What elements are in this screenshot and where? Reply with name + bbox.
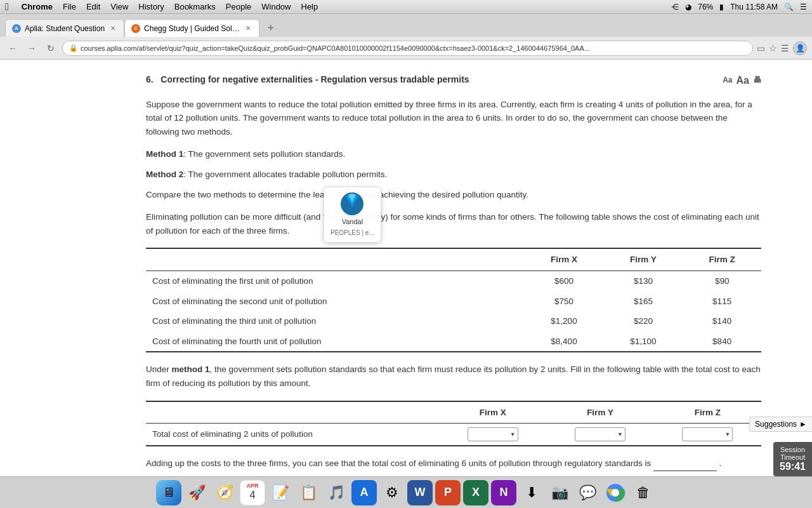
- tab-aplia-close[interactable]: ✕: [108, 24, 117, 33]
- suggestions-button[interactable]: Suggestions ►: [749, 417, 812, 432]
- dropdown-firm-y-container: $130 $165 $295 $220 $1,100: [575, 427, 625, 441]
- url-text: courses.aplia.com/af/servlet/quiz?quiz_a…: [81, 44, 590, 52]
- tooltip-popup: Vandal PEOPLES | e...: [324, 187, 381, 243]
- table-row: Cost of eliminating the fourth unit of p…: [146, 331, 761, 352]
- back-button[interactable]: ←: [5, 41, 20, 56]
- row3-firm-x: $1,200: [524, 311, 603, 331]
- menu-window[interactable]: Window: [261, 2, 291, 11]
- col-header-firm-z: Firm Z: [683, 248, 761, 271]
- chegg-favicon: C: [131, 24, 140, 33]
- menu-view[interactable]: View: [110, 2, 128, 11]
- dock-onenote[interactable]: N: [491, 480, 516, 505]
- profile-icon[interactable]: 👤: [793, 41, 807, 55]
- print-icon[interactable]: 🖶: [753, 74, 761, 87]
- dock-notes[interactable]: 📝: [268, 480, 293, 505]
- tab-chegg-close[interactable]: ✕: [244, 24, 252, 33]
- menu-bookmarks[interactable]: Bookmarks: [174, 2, 216, 11]
- table-row: Total cost of eliminating 2 units of pol…: [146, 424, 761, 446]
- vandal-logo-icon: [339, 191, 365, 217]
- chrome-icon: [605, 483, 625, 503]
- eliminating-text: Eliminating pollution can be more diffic…: [146, 210, 761, 237]
- dock-reminders[interactable]: 📋: [296, 480, 321, 505]
- dock-word[interactable]: W: [407, 480, 433, 505]
- menu-file[interactable]: File: [63, 2, 76, 11]
- font-large[interactable]: Aa: [737, 72, 749, 89]
- input-col-firm-y: Firm Y: [546, 401, 653, 424]
- row2-label: Cost of eliminating the second unit of p…: [146, 291, 524, 312]
- new-tab-button[interactable]: +: [262, 19, 280, 37]
- menu-edit[interactable]: Edit: [86, 2, 100, 11]
- dock-powerpoint[interactable]: P: [435, 480, 461, 505]
- dock-music[interactable]: 🎵: [324, 480, 349, 505]
- dock-trash[interactable]: 🗑: [631, 480, 656, 505]
- row3-label: Cost of eliminating the third unit of po…: [146, 311, 524, 331]
- dock-appstore[interactable]: A: [351, 480, 377, 505]
- dock: 🖥 🚀 🧭 APR 4 📝 📋 🎵 A ⚙ W P X N ⬇ 📷 💬 🗑: [0, 476, 812, 508]
- compare-text: Compare the two methods to determine the…: [146, 188, 761, 202]
- font-controls: Aa Aa 🖶: [723, 72, 761, 89]
- wifi-icon: ⋲: [671, 3, 679, 11]
- question-title: 6. Correcting for negative externalities…: [146, 72, 469, 86]
- row4-firm-z: $840: [683, 331, 761, 352]
- address-input[interactable]: 🔒 courses.aplia.com/af/servlet/quiz?quiz…: [62, 41, 753, 56]
- intro-text: Suppose the government wants to reduce t…: [146, 98, 761, 139]
- input-col-firm-x: Firm X: [439, 401, 546, 424]
- bluetooth-icon: ◕: [685, 3, 691, 11]
- menu-history[interactable]: History: [138, 2, 164, 11]
- dock-download[interactable]: ⬇: [519, 480, 544, 505]
- method1-desc: Under method 1, the government sets poll…: [146, 363, 761, 390]
- row1-firm-x: $600: [524, 271, 603, 291]
- tab-chegg[interactable]: C Chegg Study | Guided Sol… ✕: [124, 19, 259, 37]
- dock-rocket[interactable]: 🚀: [184, 480, 209, 505]
- menu-list-icon[interactable]: ☰: [800, 3, 807, 11]
- dock-chrome[interactable]: [603, 480, 628, 505]
- menu-chrome[interactable]: Chrome: [22, 2, 53, 11]
- address-icons: ▭ ☆ ☰ 👤: [757, 41, 807, 55]
- reload-button[interactable]: ↻: [43, 41, 58, 56]
- input-firm-x-cell: $600 $750 $1,350 $1,200 $8,400: [439, 424, 546, 446]
- menu-people[interactable]: People: [226, 2, 251, 11]
- row4-firm-y: $1,100: [604, 331, 683, 352]
- battery-icon: ▮: [719, 3, 724, 11]
- row3-firm-z: $140: [683, 311, 761, 331]
- dropdown-firm-x[interactable]: $600 $750 $1,350 $1,200 $8,400: [468, 427, 518, 441]
- input-firm-y-cell: $130 $165 $295 $220 $1,100: [546, 424, 653, 446]
- search-icon[interactable]: 🔍: [784, 3, 794, 11]
- answer-blank[interactable]: [653, 457, 717, 471]
- dock-safari[interactable]: 🧭: [212, 480, 237, 505]
- tooltip-logo: Vandal PEOPLES | e...: [331, 191, 374, 238]
- dock-settings[interactable]: ⚙: [379, 480, 405, 505]
- forward-button[interactable]: →: [24, 41, 39, 56]
- aplia-favicon: A: [12, 24, 21, 33]
- row1-firm-z: $90: [683, 271, 761, 291]
- cast-icon[interactable]: ▭: [757, 43, 765, 53]
- tab-aplia-label: Aplia: Student Question: [25, 24, 105, 33]
- session-time: 59:41: [780, 461, 806, 472]
- bookmark-star-icon[interactable]: ☆: [769, 43, 777, 53]
- dropdown-firm-x-container: $600 $750 $1,350 $1,200 $8,400: [468, 427, 518, 441]
- dock-excel[interactable]: X: [463, 480, 488, 505]
- apple-menu[interactable]: : [5, 1, 9, 13]
- dock-calendar[interactable]: APR 4: [240, 480, 265, 505]
- session-label: SessionTimeout: [780, 446, 805, 461]
- dropdown-firm-y[interactable]: $130 $165 $295 $220 $1,100: [575, 427, 625, 441]
- dock-messages[interactable]: 💬: [575, 480, 600, 505]
- dropdown-firm-z[interactable]: $90 $115 $205 $140 $840: [682, 427, 733, 441]
- row2-firm-x: $750: [524, 291, 603, 312]
- row2-firm-y: $165: [604, 291, 683, 312]
- dock-photos[interactable]: 📷: [547, 480, 572, 505]
- vandal-label: Vandal: [342, 217, 363, 228]
- method2-text: Method 2: The government allocates trada…: [146, 168, 761, 182]
- table-row: Cost of eliminating the first unit of po…: [146, 271, 761, 291]
- tab-aplia[interactable]: A Aplia: Student Question ✕: [5, 19, 124, 37]
- adding-text: Adding up the costs to the three firms, …: [146, 457, 761, 471]
- method1-text: Method 1: The government sets pollution …: [146, 147, 761, 161]
- font-small[interactable]: Aa: [723, 74, 732, 86]
- chrome-menu-icon[interactable]: ☰: [781, 43, 789, 53]
- table-row: Cost of eliminating the second unit of p…: [146, 291, 761, 312]
- menu-help[interactable]: Help: [301, 2, 318, 11]
- suggestions-label: Suggestions: [755, 420, 797, 429]
- dock-finder[interactable]: 🖥: [156, 480, 181, 505]
- col-header-firm-x: Firm X: [524, 248, 603, 271]
- tabbar: A Aplia: Student Question ✕ C Chegg Stud…: [0, 14, 812, 37]
